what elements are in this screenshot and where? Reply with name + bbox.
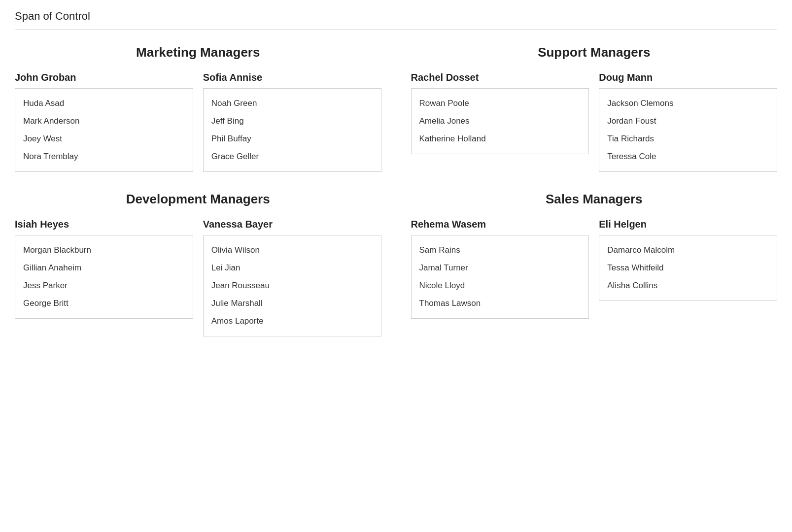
employee-item: Amelia Jones xyxy=(419,112,581,130)
manager-block-support-1: Doug MannJackson ClemonsJordan FoustTia … xyxy=(599,72,777,172)
employee-item: Olivia Wilson xyxy=(211,241,373,259)
section-title-marketing: Marketing Managers xyxy=(15,45,381,60)
manager-name-sales-1: Eli Helgen xyxy=(599,219,777,230)
manager-block-development-0: Isiah HeyesMorgan BlackburnGillian Anahe… xyxy=(15,219,193,336)
employee-item: Gillian Anaheim xyxy=(23,259,185,277)
manager-name-marketing-0: John Groban xyxy=(15,72,193,83)
employee-item: Jordan Foust xyxy=(607,112,769,130)
manager-block-development-1: Vanessa BayerOlivia WilsonLei JianJean R… xyxy=(203,219,381,336)
employee-item: Katherine Holland xyxy=(419,130,581,148)
section-support: Support ManagersRachel DossetRowan Poole… xyxy=(411,45,778,172)
employee-item: Noah Green xyxy=(211,95,373,112)
employee-item: Julie Marshall xyxy=(211,295,373,312)
employee-item: Alisha Collins xyxy=(607,277,769,295)
employee-item: Tessa Whitfeild xyxy=(607,259,769,277)
employee-list-sales-1: Damarco MalcolmTessa WhitfeildAlisha Col… xyxy=(599,235,777,301)
manager-name-support-0: Rachel Dosset xyxy=(411,72,589,83)
section-title-support: Support Managers xyxy=(411,45,778,60)
employee-item: George Britt xyxy=(23,295,185,312)
section-development: Development ManagersIsiah HeyesMorgan Bl… xyxy=(15,192,381,336)
section-title-sales: Sales Managers xyxy=(411,192,778,207)
section-title-development: Development Managers xyxy=(15,192,381,207)
employee-item: Jamal Turner xyxy=(419,259,581,277)
employee-item: Rowan Poole xyxy=(419,95,581,112)
managers-row-sales: Rehema WasemSam RainsJamal TurnerNicole … xyxy=(411,219,778,319)
employee-list-development-0: Morgan BlackburnGillian AnaheimJess Park… xyxy=(15,235,193,319)
section-marketing: Marketing ManagersJohn GrobanHuda AsadMa… xyxy=(15,45,381,172)
employee-item: Jeff Bing xyxy=(211,112,373,130)
employee-list-support-0: Rowan PooleAmelia JonesKatherine Holland xyxy=(411,88,589,154)
page-title: Span of Control xyxy=(15,10,777,30)
employee-item: Tia Richards xyxy=(607,130,769,148)
employee-item: Joey West xyxy=(23,130,185,148)
managers-row-marketing: John GrobanHuda AsadMark AndersonJoey We… xyxy=(15,72,381,172)
employee-item: Jean Rousseau xyxy=(211,277,373,295)
employee-item: Grace Geller xyxy=(211,148,373,166)
managers-row-support: Rachel DossetRowan PooleAmelia JonesKath… xyxy=(411,72,778,172)
employee-item: Jess Parker xyxy=(23,277,185,295)
employee-item: Lei Jian xyxy=(211,259,373,277)
manager-block-marketing-1: Sofia AnniseNoah GreenJeff BingPhil Buff… xyxy=(203,72,381,172)
employee-item: Amos Laporte xyxy=(211,312,373,330)
employee-item: Nicole Lloyd xyxy=(419,277,581,295)
manager-block-marketing-0: John GrobanHuda AsadMark AndersonJoey We… xyxy=(15,72,193,172)
employee-list-development-1: Olivia WilsonLei JianJean RousseauJulie … xyxy=(203,235,381,336)
employee-list-support-1: Jackson ClemonsJordan FoustTia RichardsT… xyxy=(599,88,777,172)
manager-name-marketing-1: Sofia Annise xyxy=(203,72,381,83)
employee-list-marketing-0: Huda AsadMark AndersonJoey WestNora Trem… xyxy=(15,88,193,172)
manager-name-sales-0: Rehema Wasem xyxy=(411,219,589,230)
employee-item: Sam Rains xyxy=(419,241,581,259)
employee-item: Teressa Cole xyxy=(607,148,769,166)
employee-item: Damarco Malcolm xyxy=(607,241,769,259)
section-sales: Sales ManagersRehema WasemSam RainsJamal… xyxy=(411,192,778,336)
employee-item: Jackson Clemons xyxy=(607,95,769,112)
manager-name-development-1: Vanessa Bayer xyxy=(203,219,381,230)
manager-name-development-0: Isiah Heyes xyxy=(15,219,193,230)
employee-item: Phil Buffay xyxy=(211,130,373,148)
employee-item: Morgan Blackburn xyxy=(23,241,185,259)
employee-list-marketing-1: Noah GreenJeff BingPhil BuffayGrace Gell… xyxy=(203,88,381,172)
employee-item: Huda Asad xyxy=(23,95,185,112)
manager-block-support-0: Rachel DossetRowan PooleAmelia JonesKath… xyxy=(411,72,589,172)
manager-block-sales-0: Rehema WasemSam RainsJamal TurnerNicole … xyxy=(411,219,589,319)
employee-item: Nora Tremblay xyxy=(23,148,185,166)
employee-list-sales-0: Sam RainsJamal TurnerNicole LloydThomas … xyxy=(411,235,589,319)
manager-name-support-1: Doug Mann xyxy=(599,72,777,83)
managers-row-development: Isiah HeyesMorgan BlackburnGillian Anahe… xyxy=(15,219,381,336)
sections-grid: Marketing ManagersJohn GrobanHuda AsadMa… xyxy=(15,45,777,336)
employee-item: Thomas Lawson xyxy=(419,295,581,312)
manager-block-sales-1: Eli HelgenDamarco MalcolmTessa Whitfeild… xyxy=(599,219,777,319)
employee-item: Mark Anderson xyxy=(23,112,185,130)
